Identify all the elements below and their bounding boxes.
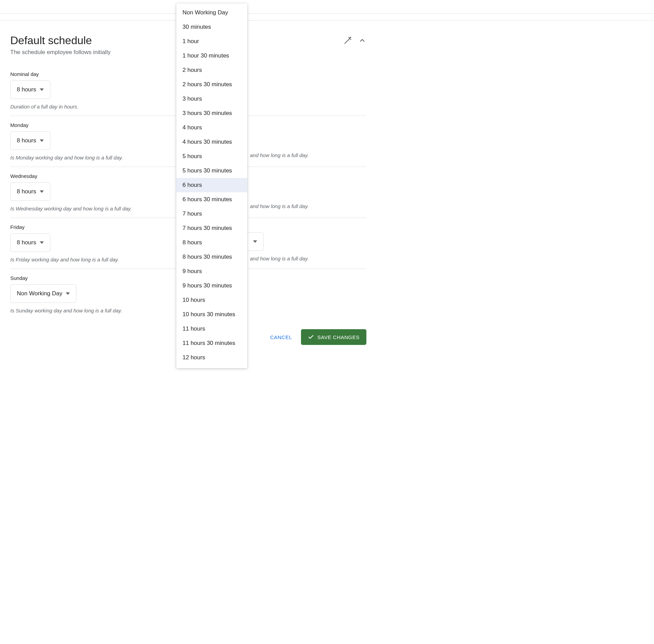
dropdown-option[interactable]: 7 hours 30 minutes xyxy=(176,221,247,235)
chevron-down-icon xyxy=(66,292,70,296)
dropdown-option[interactable]: 4 hours 30 minutes xyxy=(176,135,247,149)
monday-select[interactable]: 8 hours xyxy=(10,131,50,150)
dropdown-option[interactable]: 3 hours 30 minutes xyxy=(176,106,247,120)
friday-value: 8 hours xyxy=(17,239,36,246)
nominal-day-helper: Duration of a full day in hours. xyxy=(10,104,188,110)
dropdown-option[interactable]: 2 hours 30 minutes xyxy=(176,77,247,92)
friday-label: Friday xyxy=(10,224,188,230)
dropdown-option[interactable]: 5 hours 30 minutes xyxy=(176,164,247,178)
sunday-label: Sunday xyxy=(10,275,188,281)
check-icon xyxy=(308,334,314,340)
chevron-down-icon xyxy=(40,241,44,245)
cancel-button[interactable]: CANCEL xyxy=(267,330,295,344)
nominal-day-label: Nominal day xyxy=(10,71,188,77)
monday-helper: Is Monday working day and how long is a … xyxy=(10,155,188,160)
dropdown-option[interactable]: 30 minutes xyxy=(176,20,247,34)
chevron-down-icon xyxy=(253,240,257,244)
friday-helper: Is Friday working day and how long is a … xyxy=(10,257,188,262)
chevron-down-icon xyxy=(40,190,44,194)
dropdown-option[interactable]: 2 hours xyxy=(176,63,247,77)
dropdown-option[interactable]: 1 hour 30 minutes xyxy=(176,49,247,63)
top-border-area xyxy=(0,0,654,14)
wednesday-helper: Is Wednesday working day and how long is… xyxy=(10,206,188,211)
dropdown-option[interactable]: 12 hours xyxy=(176,350,247,355)
monday-value: 8 hours xyxy=(17,137,36,144)
dropdown-option[interactable]: 9 hours 30 minutes xyxy=(176,279,247,293)
dropdown-option[interactable]: 8 hours xyxy=(176,235,247,250)
dropdown-option[interactable]: 5 hours xyxy=(176,149,247,164)
nominal-day-value: 8 hours xyxy=(17,86,36,93)
dropdown-option[interactable]: 6 hours 30 minutes xyxy=(176,192,247,207)
monday-label: Monday xyxy=(10,122,188,128)
sunday-value: Non Working Day xyxy=(17,290,62,297)
dropdown-option[interactable]: 10 hours xyxy=(176,293,247,307)
top-spacer-area xyxy=(0,14,654,21)
save-button-label: SAVE CHANGES xyxy=(317,334,360,340)
chevron-down-icon xyxy=(40,139,44,143)
duration-dropdown-menu[interactable]: Non Working Day30 minutes1 hour1 hour 30… xyxy=(176,3,247,355)
magic-wand-icon[interactable] xyxy=(344,36,352,44)
dropdown-option[interactable]: 7 hours xyxy=(176,207,247,221)
dropdown-option[interactable]: 8 hours 30 minutes xyxy=(176,250,247,264)
collapse-chevron-icon[interactable] xyxy=(358,36,366,44)
dropdown-option[interactable]: 11 hours 30 minutes xyxy=(176,336,247,350)
dropdown-option[interactable]: 11 hours xyxy=(176,322,247,336)
friday-select[interactable]: 8 hours xyxy=(10,233,50,252)
dropdown-option[interactable]: 10 hours 30 minutes xyxy=(176,307,247,322)
wednesday-label: Wednesday xyxy=(10,173,188,179)
dropdown-option[interactable]: 3 hours xyxy=(176,92,247,106)
wednesday-value: 8 hours xyxy=(17,188,36,195)
chevron-down-icon xyxy=(40,88,44,92)
sunday-select[interactable]: Non Working Day xyxy=(10,284,76,303)
sunday-helper: Is Sunday working day and how long is a … xyxy=(10,308,188,313)
dropdown-option[interactable]: 6 hours xyxy=(176,178,247,192)
save-changes-button[interactable]: SAVE CHANGES xyxy=(301,329,366,345)
dropdown-option[interactable]: Non Working Day xyxy=(176,5,247,20)
nominal-day-select[interactable]: 8 hours xyxy=(10,80,50,99)
dropdown-option[interactable]: 1 hour xyxy=(176,34,247,49)
dropdown-option[interactable]: 4 hours xyxy=(176,120,247,135)
wednesday-select[interactable]: 8 hours xyxy=(10,182,50,201)
dropdown-option[interactable]: 9 hours xyxy=(176,264,247,279)
